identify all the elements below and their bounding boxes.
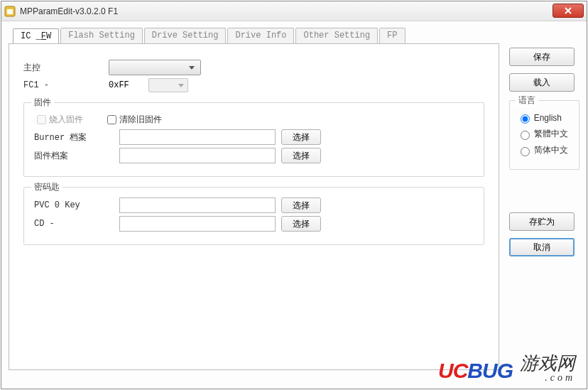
- keys-legend: 密码匙: [31, 181, 62, 193]
- tab-ic-fw[interactable]: IC _FW: [13, 28, 59, 44]
- tab-drive-setting[interactable]: Drive Setting: [144, 28, 227, 43]
- save-as-button[interactable]: 存贮为: [509, 212, 575, 231]
- firmware-legend: 固件: [31, 97, 54, 109]
- pvc-input[interactable]: [119, 197, 276, 213]
- controller-combo[interactable]: [109, 60, 201, 75]
- cd-label: CD -: [34, 219, 119, 229]
- tab-other-setting[interactable]: Other Setting: [295, 28, 378, 43]
- burn-checkbox-input[interactable]: [37, 115, 46, 124]
- cd-select-button[interactable]: 选择: [281, 216, 321, 232]
- lang-traditional-radio[interactable]: [521, 131, 530, 140]
- window-title: MPParamEdit-v3.0.2.0 F1: [20, 6, 118, 16]
- firmware-input[interactable]: [119, 148, 276, 163]
- firmware-group: 固件 烧入固件 清除旧固件 Burner 档案: [23, 102, 484, 177]
- tab-flash-setting[interactable]: Flash Setting: [60, 28, 143, 43]
- client-area: IC _FW Flash Setting Drive Setting Drive…: [1, 22, 587, 389]
- controller-label: 主控: [23, 62, 109, 74]
- side-column: 保存 载入 语言 English 繁體中文 简体中文: [509, 43, 579, 370]
- burner-input[interactable]: [119, 129, 276, 145]
- fc1-value: 0xFF: [109, 80, 148, 90]
- watermark-text: 游戏网 .com: [520, 354, 575, 383]
- app-window: MPParamEdit-v3.0.2.0 F1 IC _FW Flash Set…: [1, 1, 587, 389]
- app-icon: [4, 6, 16, 17]
- tab-drive-info[interactable]: Drive Info: [227, 28, 294, 43]
- tab-panel-ic-fw: 主控 FC1 - 0xFF 固件 烧入固件: [9, 43, 499, 370]
- lang-simplified-radio[interactable]: [521, 147, 530, 156]
- lang-traditional[interactable]: 繁體中文: [517, 128, 572, 140]
- save-button[interactable]: 保存: [509, 48, 575, 66]
- firmware-file-label: 固件档案: [34, 150, 119, 162]
- tab-strip: IC _FW Flash Setting Drive Setting Drive…: [13, 28, 579, 43]
- close-button[interactable]: [552, 4, 584, 18]
- lang-english[interactable]: English: [517, 112, 572, 124]
- pvc-label: PVC 0 Key: [34, 200, 119, 210]
- clear-checkbox[interactable]: 清除旧固件: [104, 113, 162, 126]
- tab-fp[interactable]: FP: [379, 28, 405, 43]
- watermark-logo: UCBUG: [438, 359, 513, 383]
- burner-label: Burner 档案: [34, 131, 119, 143]
- lang-english-radio[interactable]: [521, 114, 530, 124]
- pvc-select-button[interactable]: 选择: [281, 197, 321, 213]
- burn-checkbox[interactable]: 烧入固件: [34, 113, 83, 126]
- firmware-select-button[interactable]: 选择: [281, 148, 321, 163]
- titlebar: MPParamEdit-v3.0.2.0 F1: [1, 1, 587, 21]
- burner-select-button[interactable]: 选择: [281, 129, 321, 145]
- clear-checkbox-input[interactable]: [107, 115, 116, 124]
- fc1-combo[interactable]: [148, 78, 188, 92]
- cd-input[interactable]: [119, 216, 276, 232]
- load-button[interactable]: 载入: [509, 73, 575, 92]
- keys-group: 密码匙 PVC 0 Key 选择 CD - 选择: [23, 187, 484, 245]
- svg-rect-1: [7, 9, 13, 14]
- cancel-button[interactable]: 取消: [509, 238, 575, 256]
- watermark: UCBUG 游戏网 .com: [438, 354, 575, 383]
- language-legend: 语言: [516, 94, 538, 107]
- language-group: 语言 English 繁體中文 简体中文: [509, 100, 579, 170]
- fc1-label: FC1 -: [23, 80, 109, 90]
- lang-simplified[interactable]: 简体中文: [517, 144, 572, 156]
